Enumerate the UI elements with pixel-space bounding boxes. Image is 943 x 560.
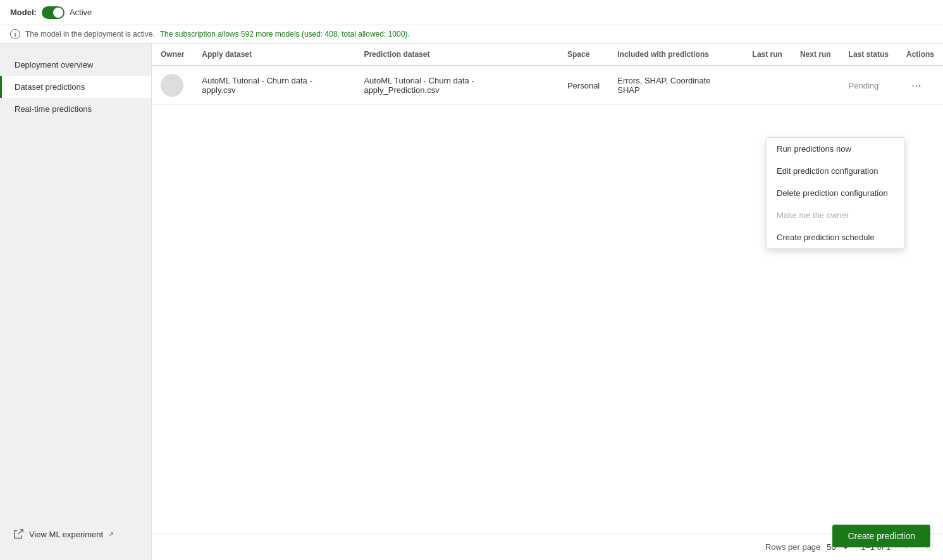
col-next-run: Next run [791,44,840,66]
sidebar-item-dataset-predictions[interactable]: Dataset predictions [0,76,151,98]
col-last-status: Last status [840,44,897,66]
dropdown-delete-config[interactable]: Delete prediction configuration [767,182,904,204]
dropdown-run-now[interactable]: Run predictions now [767,138,904,160]
experiment-icon [13,528,24,540]
cell-next-run [791,66,840,105]
content-area: Owner Apply dataset Prediction dataset S… [152,44,943,560]
sidebar-bottom-label: View ML experiment [29,530,103,539]
cell-actions: ⋯ [897,66,943,105]
col-apply-dataset: Apply dataset [193,44,355,66]
cell-prediction-dataset: AutoML Tutorial - Churn data - apply_Pre… [355,66,558,105]
cell-apply-dataset: AutoML Tutorial - Churn data - apply.csv [193,66,355,105]
actions-menu-button[interactable]: ⋯ [906,77,927,94]
col-space: Space [558,44,608,66]
info-icon: i [10,29,20,39]
col-last-run: Last run [744,44,791,66]
sidebar-item-label: Deployment overview [15,60,93,70]
col-included-predictions: Included with predictions [608,44,743,66]
view-ml-experiment-link[interactable]: View ML experiment ↗ [0,518,151,550]
main-layout: Deployment overview Dataset predictions … [0,44,943,560]
table-wrapper: Owner Apply dataset Prediction dataset S… [152,44,943,533]
sidebar-item-real-time-predictions[interactable]: Real-time predictions [0,98,151,120]
bottom-bar: Rows per page 50 25 100 1–1 of 1 ‹ › [152,533,943,560]
status-badge: Pending [849,81,879,90]
info-text-prefix: The model in the deployment is active. [25,30,155,39]
sidebar-item-label: Real-time predictions [15,104,92,114]
col-owner: Owner [152,44,193,66]
dropdown-make-owner: Make me the owner [767,204,904,226]
cell-last-run [744,66,791,105]
top-bar: Model: Active [0,0,943,25]
actions-dropdown: Run predictions now Edit prediction conf… [766,137,905,249]
sidebar-item-label: Dataset predictions [15,82,85,92]
sidebar-item-deployment-overview[interactable]: Deployment overview [0,54,151,76]
model-label: Model: [10,8,37,17]
cell-owner [152,66,193,105]
cell-last-status: Pending [840,66,897,105]
model-toggle[interactable] [42,6,65,19]
table-header-row: Owner Apply dataset Prediction dataset S… [152,44,943,66]
col-prediction-dataset: Prediction dataset [355,44,558,66]
external-link-icon: ↗ [108,530,114,539]
col-actions: Actions [897,44,943,66]
rows-per-page-label: Rows per page [765,542,820,552]
info-text-green: The subscription allows 592 more models … [160,30,410,39]
table-row: AutoML Tutorial - Churn data - apply.csv… [152,66,943,105]
create-prediction-button[interactable]: Create prediction [832,525,930,547]
info-bar: i The model in the deployment is active.… [0,25,943,44]
dropdown-create-schedule[interactable]: Create prediction schedule [767,226,904,248]
cell-included-predictions: Errors, SHAP, Coordinate SHAP [608,66,743,105]
predictions-table: Owner Apply dataset Prediction dataset S… [152,44,943,105]
active-label: Active [70,8,92,17]
sidebar: Deployment overview Dataset predictions … [0,44,152,560]
avatar [161,74,183,97]
dropdown-edit-config[interactable]: Edit prediction configuration [767,160,904,182]
cell-space: Personal [558,66,608,105]
